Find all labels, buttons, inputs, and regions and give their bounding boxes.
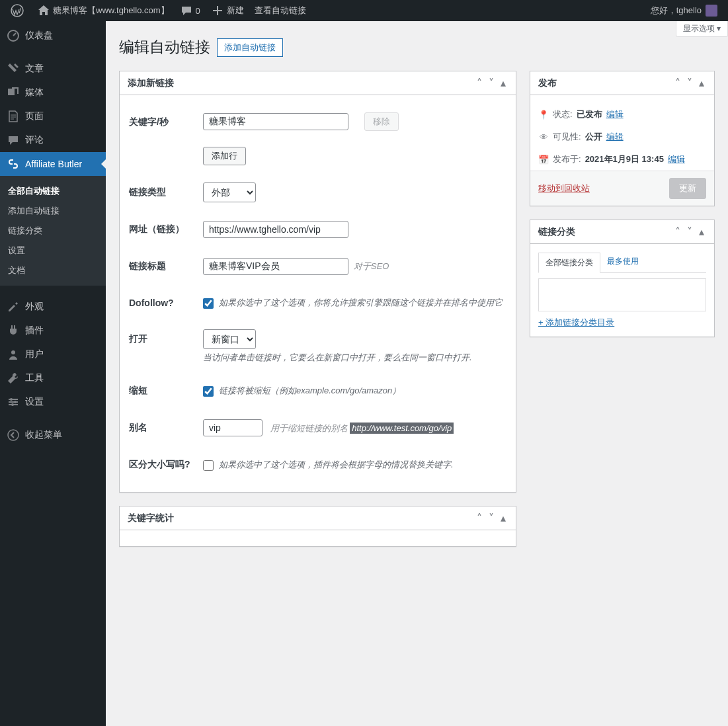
- menu-appearance[interactable]: 外观: [0, 295, 106, 319]
- edit-visibility-link[interactable]: 编辑: [606, 131, 624, 143]
- remove-button[interactable]: 移除: [364, 112, 399, 131]
- label-case: 区分大小写吗?: [129, 447, 202, 483]
- svg-point-7: [10, 398, 13, 401]
- chevron-down-icon[interactable]: ˅: [487, 512, 496, 524]
- label-keywords: 关键字/秒: [129, 104, 202, 173]
- case-checkbox[interactable]: [203, 460, 214, 471]
- box-title-publish: 发布: [538, 77, 557, 89]
- category-list: [538, 278, 706, 311]
- svg-point-10: [8, 430, 19, 440]
- move-to-trash-link[interactable]: 移动到回收站: [538, 182, 590, 194]
- menu-posts[interactable]: 文章: [0, 57, 106, 81]
- submenu-all-autolinks[interactable]: 全部自动链接: [0, 181, 106, 201]
- add-autolink-action[interactable]: 添加自动链接: [217, 38, 283, 57]
- linktitle-input[interactable]: [203, 258, 348, 275]
- menu-plugins[interactable]: 插件: [0, 319, 106, 343]
- visibility-value: 公开: [585, 131, 602, 143]
- label-url: 网址（链接）: [129, 212, 202, 247]
- linktitle-desc: 对于SEO: [354, 261, 389, 271]
- add-row-button[interactable]: 添加行: [203, 147, 246, 165]
- view-autolink[interactable]: 查看自动链接: [249, 0, 311, 21]
- collapse-caret-icon[interactable]: ▴: [499, 512, 508, 524]
- admin-sidebar: 仪表盘 文章 媒体 页面 评论 Affiliate Butler 全部自动链接 …: [0, 21, 106, 726]
- menu-comments[interactable]: 评论: [0, 128, 106, 152]
- menu-media[interactable]: 媒体: [0, 81, 106, 104]
- box-title-categories: 链接分类: [538, 226, 575, 238]
- label-dofollow: Dofollow?: [129, 286, 202, 320]
- chevron-up-icon[interactable]: ˄: [475, 77, 484, 89]
- menu-dashboard[interactable]: 仪表盘: [0, 24, 106, 48]
- svg-point-9: [11, 403, 14, 406]
- case-desc: 如果你选中了这个选项，插件将会根据字母的情况替换关键字.: [219, 459, 454, 471]
- tab-most-used[interactable]: 最多使用: [600, 252, 645, 272]
- submenu-docs[interactable]: 文档: [0, 261, 106, 280]
- box-title-addlink: 添加新链接: [128, 77, 174, 89]
- new-link[interactable]: 新建: [206, 0, 249, 21]
- date-label: 发布于:: [553, 153, 581, 165]
- dofollow-desc: 如果你选中了这个选项，你将允许搜索引擎跟随这个链接并在排名中使用它: [219, 297, 503, 309]
- open-select[interactable]: 新窗口: [203, 329, 256, 349]
- linktype-select[interactable]: 外部: [203, 182, 256, 202]
- collapse-caret-icon[interactable]: ▴: [697, 225, 706, 238]
- label-linktype: 链接类型: [129, 175, 202, 210]
- menu-users[interactable]: 用户: [0, 343, 106, 366]
- menu-collapse[interactable]: 收起菜单: [0, 423, 106, 447]
- status-label: 状态:: [553, 108, 573, 120]
- collapse-caret-icon[interactable]: ▴: [697, 77, 706, 89]
- edit-date-link[interactable]: 编辑: [668, 153, 685, 165]
- keywords-input[interactable]: [203, 113, 348, 130]
- page-title: 编辑自动链接: [119, 37, 210, 58]
- chevron-down-icon[interactable]: ˅: [487, 77, 496, 89]
- open-desc: 当访问者单击链接时，它要么在新窗口中打开，要么在同一窗口中打开.: [203, 352, 506, 364]
- chevron-down-icon[interactable]: ˅: [685, 225, 694, 238]
- wordpress-logo[interactable]: [5, 0, 32, 21]
- chevron-up-icon[interactable]: ˄: [673, 77, 682, 89]
- url-input[interactable]: [203, 221, 348, 238]
- svg-point-2: [10, 91, 12, 93]
- label-shorten: 缩短: [129, 373, 202, 409]
- chevron-up-icon[interactable]: ˄: [475, 512, 484, 524]
- user-greeting[interactable]: 您好，tghello: [645, 0, 723, 21]
- update-button[interactable]: 更新: [669, 178, 706, 199]
- screen-options-button[interactable]: 显示选项 ▾: [676, 21, 728, 37]
- alias-desc: 用于缩短链接的别名: [270, 423, 348, 433]
- tab-all-categories[interactable]: 全部链接分类: [538, 253, 600, 273]
- visibility-label: 可见性:: [553, 131, 581, 143]
- alias-input[interactable]: [203, 419, 263, 436]
- menu-tools[interactable]: 工具: [0, 366, 106, 390]
- submenu-settings[interactable]: 设置: [0, 241, 106, 261]
- menu-affiliate-butler[interactable]: Affiliate Butler: [0, 152, 106, 176]
- add-category-link[interactable]: + 添加链接分类目录: [538, 317, 614, 329]
- status-value: 已发布: [577, 108, 602, 120]
- edit-status-link[interactable]: 编辑: [606, 108, 624, 120]
- label-open: 打开: [129, 321, 202, 372]
- alias-example: http://www.test.com/go/vip: [350, 423, 454, 434]
- label-alias: 别名: [129, 410, 202, 446]
- collapse-caret-icon[interactable]: ▴: [499, 77, 508, 89]
- shorten-desc: 链接将被缩短（例如example.com/go/amazon）: [219, 385, 401, 397]
- date-value: 2021年1月9日 13:45: [585, 153, 664, 165]
- submenu-add-autolink[interactable]: 添加自动链接: [0, 201, 106, 221]
- box-title-stats: 关键字统计: [128, 512, 174, 524]
- menu-settings[interactable]: 设置: [0, 390, 106, 414]
- comments-link[interactable]: 0: [175, 0, 206, 21]
- dofollow-checkbox[interactable]: [203, 298, 214, 309]
- svg-point-8: [14, 401, 17, 403]
- key-icon: 📍: [538, 109, 549, 120]
- avatar: [706, 5, 717, 17]
- calendar-icon: 📅: [538, 154, 549, 165]
- chevron-up-icon[interactable]: ˄: [673, 225, 682, 238]
- chevron-down-icon[interactable]: ˅: [685, 77, 694, 89]
- svg-point-3: [11, 350, 15, 354]
- site-link[interactable]: 糖果博客【www.tghello.com】: [32, 0, 175, 21]
- eye-icon: 👁: [538, 132, 549, 142]
- submenu-link-category[interactable]: 链接分类: [0, 221, 106, 241]
- label-linktitle: 链接标题: [129, 249, 202, 284]
- shorten-checkbox[interactable]: [203, 386, 214, 397]
- menu-pages[interactable]: 页面: [0, 104, 106, 128]
